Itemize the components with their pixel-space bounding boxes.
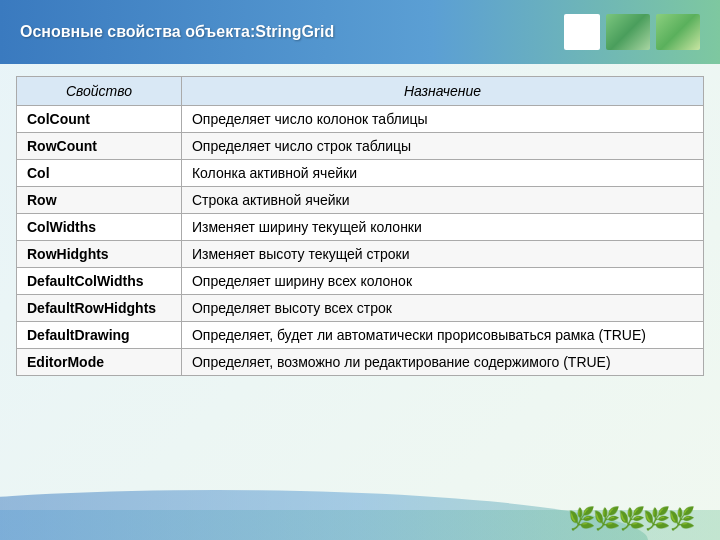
property-description: Определяет число строк таблицы (181, 133, 703, 160)
property-name: DefaultColWidths (17, 268, 182, 295)
property-description: Определяет ширину всех колонок (181, 268, 703, 295)
property-name: Row (17, 187, 182, 214)
property-description: Определяет высоту всех строк (181, 295, 703, 322)
col-header-description: Назначение (181, 77, 703, 106)
property-description: Колонка активной ячейки (181, 160, 703, 187)
property-description: Изменяет высоту текущей строки (181, 241, 703, 268)
header-decorations (564, 14, 700, 50)
table-row: DefaultRowHidghtsОпределяет высоту всех … (17, 295, 704, 322)
table-row: ColWidthsИзменяет ширину текущей колонки (17, 214, 704, 241)
slide: Основные свойства объекта:StringGrid Сво… (0, 0, 720, 540)
property-name: DefaultDrawing (17, 322, 182, 349)
table-row: ColCountОпределяет число колонок таблицы (17, 106, 704, 133)
property-name: RowCount (17, 133, 182, 160)
property-name: RowHidghts (17, 241, 182, 268)
table-row: RowCountОпределяет число строк таблицы (17, 133, 704, 160)
property-name: ColWidths (17, 214, 182, 241)
property-name: DefaultRowHidghts (17, 295, 182, 322)
grass-icon-2: 🌿 (593, 508, 615, 536)
property-description: Определяет, возможно ли редактирование с… (181, 349, 703, 376)
col-header-property: Свойство (17, 77, 182, 106)
property-name: ColCount (17, 106, 182, 133)
footer: 🌿 🌿 🌿 🌿 🌿 (0, 490, 720, 540)
property-description: Строка активной ячейки (181, 187, 703, 214)
table-row: ColКолонка активной ячейки (17, 160, 704, 187)
property-description: Определяет, будет ли автоматически прори… (181, 322, 703, 349)
table-row: EditorModeОпределяет, возможно ли редакт… (17, 349, 704, 376)
table-row: RowHidghtsИзменяет высоту текущей строки (17, 241, 704, 268)
property-description: Изменяет ширину текущей колонки (181, 214, 703, 241)
grass-icon-3: 🌿 (618, 508, 640, 536)
table-row: DefaultDrawingОпределяет, будет ли автом… (17, 322, 704, 349)
grass-icon-5: 🌿 (668, 508, 690, 536)
properties-table: Свойство Назначение ColCountОпределяет ч… (16, 76, 704, 376)
header-image-1 (606, 14, 650, 50)
property-name: EditorMode (17, 349, 182, 376)
table-row: RowСтрока активной ячейки (17, 187, 704, 214)
header-title: Основные свойства объекта:StringGrid (20, 23, 334, 41)
property-name: Col (17, 160, 182, 187)
header: Основные свойства объекта:StringGrid (0, 0, 720, 64)
grass-icon-1: 🌿 (568, 508, 590, 536)
header-image-2 (656, 14, 700, 50)
property-description: Определяет число колонок таблицы (181, 106, 703, 133)
header-white-box (564, 14, 600, 50)
content-area: Свойство Назначение ColCountОпределяет ч… (0, 64, 720, 490)
grass-icon-4: 🌿 (643, 508, 665, 536)
table-row: DefaultColWidthsОпределяет ширину всех к… (17, 268, 704, 295)
grass-decoration: 🌿 🌿 🌿 🌿 🌿 (568, 508, 690, 536)
